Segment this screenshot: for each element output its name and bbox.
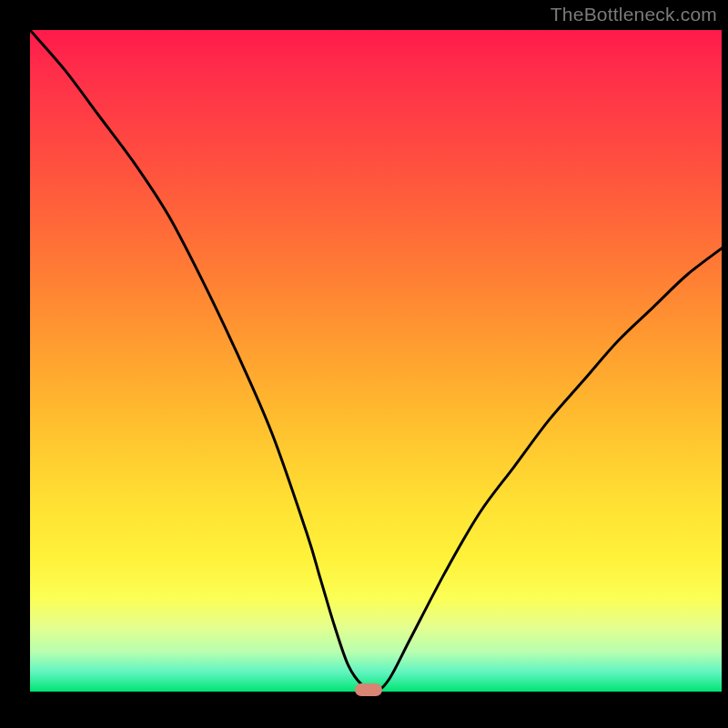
watermark-text: TheBottleneck.com — [551, 4, 717, 25]
optimum-marker — [355, 683, 382, 696]
chart-frame: TheBottleneck.com — [0, 0, 728, 728]
bottleneck-curve — [30, 30, 722, 692]
curve-path — [30, 30, 722, 692]
plot-area — [30, 30, 722, 692]
